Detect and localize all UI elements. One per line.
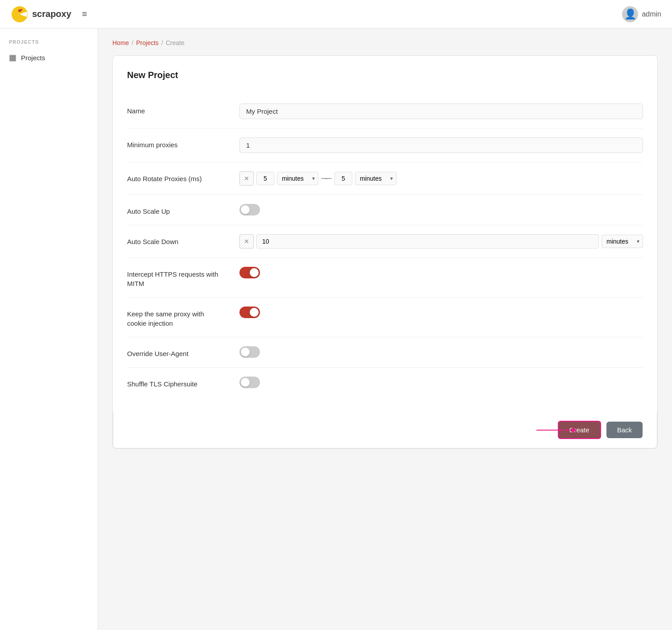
avatar: 👤 bbox=[622, 6, 638, 22]
scale-down-unit-select[interactable]: minutes seconds hours bbox=[602, 235, 643, 248]
rotate-unit-select-1[interactable]: minutes seconds hours bbox=[277, 172, 318, 185]
field-intercept-https-label: Intercept HTTPS requests with MITM bbox=[127, 267, 225, 288]
field-min-proxies-row: Minimum proxies bbox=[127, 128, 643, 162]
header: scrapoxy ≡ 👤 admin bbox=[0, 0, 672, 29]
card-body: New Project Name Minimum proxies bbox=[113, 56, 657, 412]
rotate-dash: – bbox=[321, 178, 332, 179]
field-name-label: Name bbox=[127, 104, 225, 116]
keep-proxy-toggle[interactable] bbox=[239, 307, 260, 318]
field-auto-scale-down-label: Auto Scale Down bbox=[127, 234, 225, 246]
rotate-num-input-2[interactable] bbox=[334, 172, 352, 185]
new-project-card: New Project Name Minimum proxies bbox=[112, 55, 658, 449]
auto-scale-up-thumb bbox=[241, 205, 250, 214]
field-intercept-https-row: Intercept HTTPS requests with MITM bbox=[127, 258, 643, 298]
minimum-proxies-input[interactable] bbox=[239, 137, 643, 153]
back-button[interactable]: Back bbox=[606, 422, 643, 438]
field-override-ua-control bbox=[239, 346, 643, 358]
rotate-num-input-1[interactable] bbox=[256, 172, 274, 185]
field-keep-proxy-control bbox=[239, 307, 643, 318]
card-title: New Project bbox=[127, 70, 643, 80]
breadcrumb-sep-1: / bbox=[132, 39, 133, 46]
scale-down-unit-select-wrapper: minutes seconds hours bbox=[602, 235, 643, 248]
field-min-proxies-label: Minimum proxies bbox=[127, 137, 225, 149]
scale-down-input[interactable] bbox=[256, 234, 599, 249]
user-label: admin bbox=[642, 10, 661, 18]
arrow-annotation bbox=[536, 427, 577, 433]
field-auto-rotate-row: Auto Rotate Proxies (ms) ✕ minutes secon… bbox=[127, 162, 643, 195]
breadcrumb-home[interactable]: Home bbox=[112, 39, 129, 46]
logo-icon bbox=[11, 5, 29, 23]
logo-text: scrapoxy bbox=[32, 9, 71, 19]
svg-point-2 bbox=[21, 9, 22, 11]
rotate-unit-select-wrapper-1: minutes seconds hours bbox=[277, 172, 318, 185]
main-content: Home / Projects / Create New Project Nam… bbox=[98, 29, 672, 630]
shuffle-tls-toggle[interactable] bbox=[239, 377, 260, 388]
intercept-https-toggle[interactable] bbox=[239, 267, 260, 278]
field-keep-proxy-label: Keep the same proxy with cookie injectio… bbox=[127, 307, 225, 328]
avatar-icon: 👤 bbox=[624, 8, 636, 20]
rotate-clear-btn-1[interactable]: ✕ bbox=[239, 171, 254, 186]
arrow-head bbox=[572, 427, 577, 433]
field-auto-scale-up-label: Auto Scale Up bbox=[127, 204, 225, 216]
field-auto-rotate-label: Auto Rotate Proxies (ms) bbox=[127, 171, 225, 183]
sidebar-section-label: PROJECTS bbox=[0, 39, 98, 48]
auto-scale-up-toggle[interactable] bbox=[239, 204, 260, 216]
field-keep-proxy-row: Keep the same proxy with cookie injectio… bbox=[127, 298, 643, 337]
sidebar-item-label: Projects bbox=[21, 54, 45, 62]
field-shuffle-tls-label: Shuffle TLS Ciphersuite bbox=[127, 377, 225, 389]
field-name-control bbox=[239, 104, 643, 119]
card-footer: Create Back bbox=[113, 412, 657, 448]
logo: scrapoxy bbox=[11, 5, 71, 23]
sidebar-item-projects[interactable]: ▦ Projects bbox=[0, 48, 98, 67]
field-auto-rotate-control: ✕ minutes seconds hours – bbox=[239, 171, 643, 186]
keep-proxy-thumb bbox=[250, 308, 259, 317]
field-override-ua-row: Override User-Agent bbox=[127, 337, 643, 368]
shuffle-tls-thumb bbox=[241, 378, 250, 387]
sidebar: PROJECTS ▦ Projects bbox=[0, 29, 98, 630]
arrow-line bbox=[536, 430, 572, 431]
app-body: PROJECTS ▦ Projects Home / Projects / Cr… bbox=[0, 29, 672, 630]
breadcrumb: Home / Projects / Create bbox=[112, 39, 658, 46]
header-left: scrapoxy ≡ bbox=[11, 5, 91, 23]
breadcrumb-projects[interactable]: Projects bbox=[136, 39, 159, 46]
field-override-ua-label: Override User-Agent bbox=[127, 346, 225, 358]
field-shuffle-tls-control bbox=[239, 377, 643, 388]
breadcrumb-sep-2: / bbox=[161, 39, 163, 46]
field-min-proxies-control bbox=[239, 137, 643, 153]
field-auto-scale-up-row: Auto Scale Up bbox=[127, 195, 643, 225]
override-ua-toggle[interactable] bbox=[239, 346, 260, 358]
intercept-https-thumb bbox=[250, 268, 259, 277]
field-auto-scale-down-control: ✕ minutes seconds hours bbox=[239, 234, 643, 249]
field-name-row: Name bbox=[127, 95, 643, 128]
field-shuffle-tls-row: Shuffle TLS Ciphersuite bbox=[127, 368, 643, 398]
hamburger-button[interactable]: ≡ bbox=[78, 5, 91, 23]
override-ua-thumb bbox=[241, 348, 250, 356]
scale-down-clear-btn[interactable]: ✕ bbox=[239, 234, 254, 249]
header-right: 👤 admin bbox=[622, 6, 661, 22]
rotate-unit-select-wrapper-2: minutes seconds hours bbox=[355, 172, 396, 185]
rotate-unit-select-2[interactable]: minutes seconds hours bbox=[355, 172, 396, 185]
name-input[interactable] bbox=[239, 104, 643, 119]
field-auto-scale-down-row: Auto Scale Down ✕ minutes seconds hours bbox=[127, 225, 643, 258]
breadcrumb-current: Create bbox=[166, 39, 185, 46]
projects-icon: ▦ bbox=[9, 53, 16, 62]
field-auto-scale-up-control bbox=[239, 204, 643, 216]
field-intercept-https-control bbox=[239, 267, 643, 278]
